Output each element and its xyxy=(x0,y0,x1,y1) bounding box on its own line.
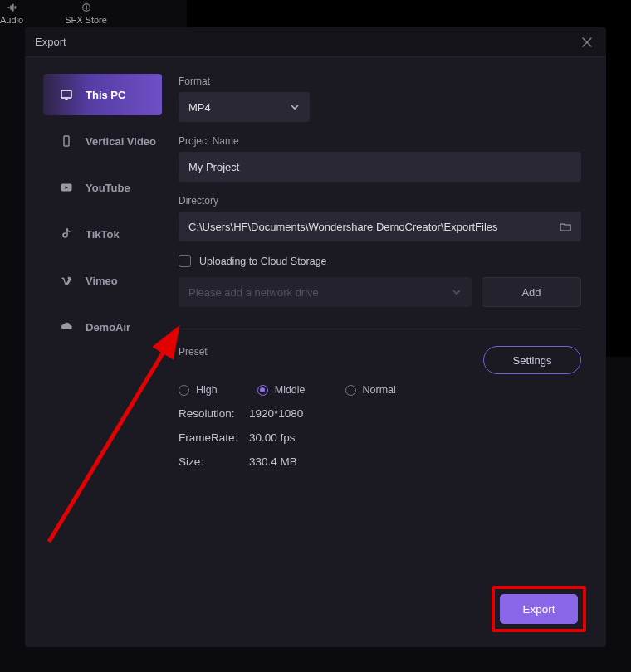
export-dialog: Export This PC Vertical Video xyxy=(25,27,606,647)
sidebar-item-demoair[interactable]: DemoAir xyxy=(43,306,162,348)
radio-label: Normal xyxy=(363,384,396,396)
preset-header: Preset Settings xyxy=(179,346,581,374)
sidebar-item-label: YouTube xyxy=(86,182,130,194)
dialog-body: This PC Vertical Video YouTube TikTok xyxy=(25,57,606,647)
sidebar-item-this-pc[interactable]: This PC xyxy=(43,74,162,115)
radio-label: Middle xyxy=(275,384,306,396)
sfx-icon xyxy=(81,2,92,13)
settings-button[interactable]: Settings xyxy=(483,346,581,374)
export-main: Format MP4 Project Name Directory C:\Use… xyxy=(170,57,606,647)
vimeo-icon xyxy=(60,274,73,287)
framerate-row: FrameRate: 30.00 fps xyxy=(179,431,581,444)
sidebar-item-label: Vimeo xyxy=(86,275,118,287)
vertical-video-icon xyxy=(60,134,73,148)
cloud-upload-row[interactable]: Uploading to Cloud Storage xyxy=(179,255,581,267)
preset-high[interactable]: High xyxy=(179,384,218,396)
svg-rect-2 xyxy=(66,99,68,100)
sidebar-item-tiktok[interactable]: TikTok xyxy=(43,213,162,255)
chevron-down-icon xyxy=(290,102,300,112)
svg-rect-3 xyxy=(64,136,69,146)
project-name-label: Project Name xyxy=(179,135,581,147)
sidebar-item-label: DemoAir xyxy=(86,321,130,334)
cloud-label: Uploading to Cloud Storage xyxy=(199,256,327,267)
radio-middle[interactable] xyxy=(257,385,268,396)
sidebar-item-label: TikTok xyxy=(86,228,120,241)
radio-normal[interactable] xyxy=(345,385,356,396)
project-name-input[interactable] xyxy=(188,161,571,173)
top-audio-label: Audio xyxy=(0,15,23,25)
resolution-row: Resolution: 1920*1080 xyxy=(179,407,581,420)
directory-value: C:\Users\HF\Documents\Wondershare DemoCr… xyxy=(188,221,551,233)
add-button[interactable]: Add xyxy=(482,277,581,307)
preset-middle[interactable]: Middle xyxy=(257,384,306,396)
size-key: Size: xyxy=(179,455,249,468)
framerate-key: FrameRate: xyxy=(179,431,249,444)
youtube-icon xyxy=(60,181,73,194)
pc-icon xyxy=(60,88,73,101)
chevron-down-icon xyxy=(452,287,462,297)
folder-icon[interactable] xyxy=(560,221,571,232)
sidebar-item-vimeo[interactable]: Vimeo xyxy=(43,260,162,301)
directory-field: Directory C:\Users\HF\Documents\Wondersh… xyxy=(179,195,581,241)
radio-high[interactable] xyxy=(179,385,189,396)
sidebar-item-label: This PC xyxy=(86,89,125,101)
divider xyxy=(179,329,581,329)
radio-label: High xyxy=(196,384,218,396)
network-placeholder: Please add a network drive xyxy=(188,286,319,299)
network-drive-row: Please add a network drive Add xyxy=(179,277,581,307)
export-sidebar: This PC Vertical Video YouTube TikTok xyxy=(25,57,170,647)
sidebar-item-youtube[interactable]: YouTube xyxy=(43,167,162,208)
cloud-checkbox[interactable] xyxy=(179,255,191,267)
resolution-value: 1920*1080 xyxy=(249,407,303,420)
svg-rect-1 xyxy=(61,90,71,98)
format-value: MP4 xyxy=(188,101,211,114)
sidebar-item-label: Vertical Video xyxy=(86,135,156,148)
network-drive-select[interactable]: Please add a network drive xyxy=(179,277,472,307)
preset-options: High Middle Normal xyxy=(179,384,581,396)
top-sfx-label: SFX Store xyxy=(65,15,107,25)
top-audio[interactable]: Audio xyxy=(0,2,23,25)
project-name-field: Project Name xyxy=(179,135,581,182)
size-row: Size: 330.4 MB xyxy=(179,455,581,468)
close-icon[interactable] xyxy=(580,35,594,50)
format-label: Format xyxy=(179,75,581,87)
preset-normal[interactable]: Normal xyxy=(345,384,396,396)
directory-input[interactable]: C:\Users\HF\Documents\Wondershare DemoCr… xyxy=(179,212,581,241)
cloud-icon xyxy=(60,320,73,334)
top-sfx[interactable]: SFX Store xyxy=(65,2,107,25)
directory-label: Directory xyxy=(179,195,581,207)
preset-label: Preset xyxy=(179,346,208,358)
framerate-value: 30.00 fps xyxy=(249,431,296,444)
dialog-header: Export xyxy=(25,27,606,57)
audio-icon xyxy=(6,2,17,13)
resolution-key: Resolution: xyxy=(179,407,249,420)
size-value: 330.4 MB xyxy=(249,455,297,468)
project-name-input-wrap xyxy=(179,152,581,182)
format-field: Format MP4 xyxy=(179,75,581,122)
tiktok-icon xyxy=(60,227,73,241)
format-select[interactable]: MP4 xyxy=(179,92,310,122)
export-button[interactable]: Export xyxy=(500,594,578,624)
sidebar-item-vertical[interactable]: Vertical Video xyxy=(43,120,162,162)
dialog-title: Export xyxy=(35,36,66,48)
